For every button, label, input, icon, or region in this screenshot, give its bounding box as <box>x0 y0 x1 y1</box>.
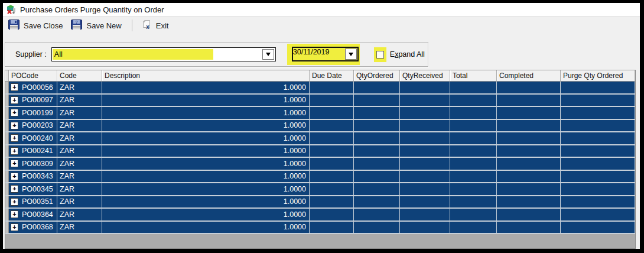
cell-total <box>450 183 497 195</box>
cell-po-code: +PO00351 <box>9 196 57 208</box>
cell-qty-received <box>400 145 450 157</box>
chevron-down-icon <box>349 53 353 56</box>
cell-po-code: +PO00056 <box>9 82 57 93</box>
title-bar: Purchase Orders Purge Quantity on Order <box>3 3 640 17</box>
cell-po-code: +PO00343 <box>9 171 57 183</box>
column-header[interactable]: QtyReceived <box>400 70 450 81</box>
cell-completed <box>497 209 561 220</box>
save-close-label: Save Close <box>24 21 63 30</box>
cell-due-date <box>310 145 354 157</box>
cell-completed <box>497 132 561 144</box>
expand-plus-icon[interactable]: + <box>11 198 18 206</box>
table-row[interactable]: +PO00309ZAR1.0000 <box>5 158 635 171</box>
cell-qty-ordered <box>354 145 400 157</box>
save-new-button[interactable]: ? Save New <box>67 18 125 33</box>
expand-all-highlight <box>374 47 386 62</box>
table-row[interactable]: +PO00241ZAR1.0000 <box>5 145 635 158</box>
cell-completed <box>497 171 561 183</box>
expand-plus-icon[interactable]: + <box>11 147 18 155</box>
column-header[interactable]: Purge Qty Ordered <box>561 70 635 81</box>
table-row[interactable]: +PO00368ZAR1.0000 <box>5 222 635 235</box>
column-header[interactable]: POCode <box>9 70 57 81</box>
cell-qty-received <box>400 132 450 144</box>
cell-purge-qty-ordered <box>561 171 635 183</box>
cell-qty-received <box>400 95 450 106</box>
table-row[interactable]: +PO00343ZAR1.0000 <box>5 171 635 184</box>
cell-total <box>450 95 497 106</box>
filter-groupbox: Supplier : All 30/11/2019 Expand All <box>5 42 428 67</box>
cell-total <box>450 107 497 119</box>
expand-plus-icon[interactable]: + <box>11 210 18 218</box>
supplier-combobox[interactable]: All <box>51 47 276 61</box>
cell-total <box>450 222 497 233</box>
expand-plus-icon[interactable]: + <box>11 134 18 142</box>
expand-plus-icon[interactable]: + <box>11 223 18 231</box>
cell-qty-received <box>400 82 450 93</box>
date-dropdown-button[interactable] <box>345 48 357 60</box>
chevron-down-icon <box>266 53 271 56</box>
cell-po-code: +PO00364 <box>9 209 57 220</box>
column-header[interactable]: Description <box>102 70 310 81</box>
column-header[interactable]: Due Date <box>310 70 354 81</box>
cell-total <box>450 171 497 183</box>
expand-plus-icon[interactable]: + <box>11 109 18 116</box>
table-row[interactable]: +PO00097ZAR1.0000 <box>5 95 635 108</box>
exit-icon: x <box>142 20 152 31</box>
cell-qty-received <box>400 120 450 132</box>
supplier-dropdown-button[interactable] <box>262 49 274 60</box>
po-code-text: PO00309 <box>22 160 53 168</box>
table-row[interactable]: +PO00056ZAR1.0000 <box>5 82 635 95</box>
exit-button[interactable]: x Exit <box>138 18 173 33</box>
table-row[interactable]: +PO00240ZAR1.0000 <box>5 132 635 145</box>
cell-due-date <box>310 132 354 144</box>
column-header[interactable]: QtyOrdered <box>354 70 400 81</box>
table-row[interactable]: +PO00364ZAR1.0000 <box>5 209 635 222</box>
expand-plus-icon[interactable]: + <box>11 122 18 129</box>
cell-completed <box>497 82 561 93</box>
table-row[interactable]: +PO00203ZAR1.0000 <box>5 120 635 133</box>
po-code-text: PO00343 <box>22 172 53 180</box>
expand-plus-icon[interactable]: + <box>11 96 18 104</box>
table-row[interactable]: +PO00345ZAR1.0000 <box>5 183 635 196</box>
date-combobox[interactable]: 30/11/2019 <box>292 47 359 61</box>
cell-code: ZAR <box>57 145 102 157</box>
cell-completed <box>497 158 561 170</box>
cell-purge-qty-ordered <box>561 82 635 93</box>
date-value: 30/11/2019 <box>293 48 330 56</box>
cell-total <box>450 120 497 132</box>
svg-text:?: ? <box>76 20 79 25</box>
cell-qty-ordered <box>354 171 400 183</box>
cell-purge-qty-ordered <box>561 222 635 233</box>
column-header[interactable]: Total <box>450 70 497 81</box>
cell-purge-qty-ordered <box>561 196 635 208</box>
save-close-button[interactable]: Save Close <box>4 18 67 33</box>
cell-total <box>450 209 497 220</box>
expand-plus-icon[interactable]: + <box>11 185 18 193</box>
column-header[interactable]: Completed <box>497 70 561 81</box>
cell-code: ZAR <box>57 209 102 220</box>
cell-description: 1.0000 <box>102 222 310 233</box>
cell-completed <box>497 196 561 208</box>
cell-description: 1.0000 <box>102 171 310 183</box>
column-header[interactable]: Code <box>57 70 102 81</box>
cell-po-code: +PO00203 <box>9 120 57 132</box>
cell-purge-qty-ordered <box>561 95 635 106</box>
cell-description: 1.0000 <box>102 183 310 195</box>
expand-plus-icon[interactable]: + <box>11 160 18 167</box>
supplier-highlight <box>53 49 213 60</box>
supplier-value: All <box>54 48 63 61</box>
cell-due-date <box>310 209 354 220</box>
expand-plus-icon[interactable]: + <box>11 83 18 91</box>
cell-qty-received <box>400 107 450 119</box>
cell-qty-received <box>400 209 450 220</box>
save-new-icon: ? <box>71 20 82 31</box>
po-code-text: PO00351 <box>22 197 53 206</box>
expand-all-checkbox[interactable] <box>376 51 384 59</box>
cell-completed <box>497 222 561 233</box>
table-row[interactable]: +PO00351ZAR1.0000 <box>5 196 635 209</box>
toolbar: Save Close ? Save New x <box>3 17 640 34</box>
expand-plus-icon[interactable]: + <box>11 173 18 180</box>
cell-description: 1.0000 <box>102 196 310 208</box>
table-row[interactable]: +PO00199ZAR1.0000 <box>5 107 635 120</box>
cell-qty-ordered <box>354 222 400 233</box>
